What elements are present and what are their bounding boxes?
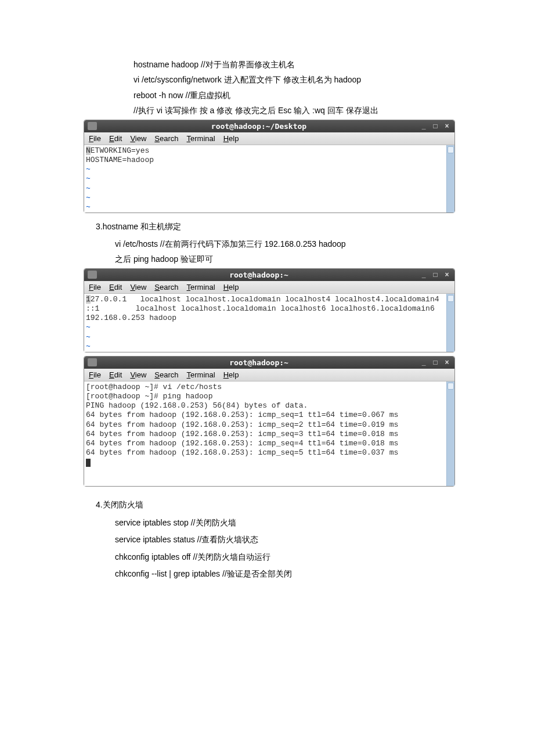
menu-edit[interactable]: Edit	[109, 283, 122, 291]
tilde: ~	[86, 342, 91, 351]
menu-edit[interactable]: Edit	[109, 370, 122, 379]
window-title: root@hadoop:~	[102, 271, 416, 279]
menu-edit[interactable]: Edit	[109, 134, 122, 143]
menu-file[interactable]: File	[89, 134, 101, 143]
maximize-button[interactable]: □	[431, 358, 439, 366]
window-title: root@hadoop:~	[102, 358, 416, 367]
section-4-line-1: service iptables stop //关闭防火墙	[0, 516, 534, 530]
cursor	[86, 459, 91, 467]
section-4-line-2: service iptables status //查看防火墙状态	[0, 532, 534, 547]
terminal-body[interactable]: 127.0.0.1 localhost localhost.localdomai…	[84, 294, 454, 352]
menu-search[interactable]: Search	[154, 283, 178, 291]
close-button[interactable]: ×	[443, 271, 451, 279]
tilde: ~	[86, 165, 91, 174]
terminal-body[interactable]: [root@hadoop ~]# vi /etc/hosts [root@had…	[84, 381, 454, 486]
intro-line-4: //执行 vi 读写操作 按 a 修改 修改完之后 Esc 输入 :wq 回车 …	[0, 104, 534, 117]
intro-line-3: reboot -h now //重启虚拟机	[0, 89, 534, 102]
scrollbar[interactable]	[446, 381, 454, 486]
close-button[interactable]: ×	[443, 358, 451, 366]
intro-line-2: vi /etc/sysconfig/network 进入配置文件下 修改主机名为…	[0, 73, 534, 86]
menu-help[interactable]: Help	[223, 283, 239, 291]
minimize-button[interactable]: _	[420, 271, 428, 279]
terminal-body[interactable]: NETWORKING=yes HOSTNAME=hadoop ~ ~ ~ ~ ~	[84, 145, 454, 213]
scrollbar[interactable]	[446, 294, 454, 352]
scrollbar[interactable]	[446, 145, 454, 213]
menu-file[interactable]: File	[89, 283, 101, 291]
window-icon	[88, 271, 97, 279]
close-button[interactable]: ×	[443, 122, 451, 130]
maximize-button[interactable]: □	[431, 271, 439, 279]
tilde: ~	[86, 333, 91, 341]
section-4-line-4: chkconfig --list | grep iptables //验证是否全…	[0, 567, 534, 581]
menu-view[interactable]: View	[130, 134, 146, 143]
menu-help[interactable]: Help	[223, 370, 239, 379]
tilde: ~	[86, 323, 91, 332]
menu-terminal[interactable]: Terminal	[187, 134, 215, 143]
section-3-heading: 3.hostname 和主机绑定	[0, 220, 534, 233]
tilde: ~	[86, 174, 91, 183]
tilde: ~	[86, 193, 91, 202]
scroll-up-button[interactable]	[448, 383, 454, 390]
menu-view[interactable]: View	[130, 283, 146, 291]
terminal-ping: root@hadoop:~ _ □ × File Edit View Searc…	[84, 356, 455, 487]
menubar: File Edit View Search Terminal Help	[84, 281, 454, 294]
titlebar: root@hadoop:~/Desktop _ □ ×	[84, 120, 454, 132]
section-3-line-1: vi /etc/hosts //在前两行代码下添加第三行 192.168.0.2…	[0, 237, 534, 250]
maximize-button[interactable]: □	[431, 122, 439, 130]
minimize-button[interactable]: _	[420, 122, 428, 130]
minimize-button[interactable]: _	[420, 358, 428, 366]
scroll-up-button[interactable]	[448, 295, 454, 302]
menu-help[interactable]: Help	[223, 134, 239, 143]
menu-view[interactable]: View	[130, 370, 146, 379]
section-4-heading: 4.关闭防火墙	[0, 498, 534, 511]
window-icon	[88, 122, 97, 130]
menu-terminal[interactable]: Terminal	[187, 283, 215, 291]
tilde: ~	[86, 184, 91, 193]
scroll-up-button[interactable]	[448, 146, 454, 153]
section-4-line-3: chkconfig iptables off //关闭防火墙自动运行	[0, 550, 534, 564]
menu-search[interactable]: Search	[154, 370, 178, 379]
menu-file[interactable]: File	[89, 370, 101, 379]
menubar: File Edit View Search Terminal Help	[84, 369, 454, 381]
tilde: ~	[86, 203, 91, 211]
window-title: root@hadoop:~/Desktop	[102, 122, 416, 131]
terminal-network: root@hadoop:~/Desktop _ □ × File Edit Vi…	[84, 120, 455, 213]
titlebar: root@hadoop:~ _ □ ×	[84, 269, 454, 281]
titlebar: root@hadoop:~ _ □ ×	[84, 357, 454, 369]
section-3-line-2: 之后 ping hadoop 验证即可	[0, 253, 534, 265]
menu-search[interactable]: Search	[154, 134, 178, 143]
menu-terminal[interactable]: Terminal	[187, 370, 215, 379]
menubar: File Edit View Search Terminal Help	[84, 132, 454, 145]
terminal-hosts: root@hadoop:~ _ □ × File Edit View Searc…	[84, 268, 455, 352]
intro-line-1: hostname hadoop //对于当前界面修改主机名	[0, 58, 534, 71]
window-icon	[88, 358, 97, 366]
